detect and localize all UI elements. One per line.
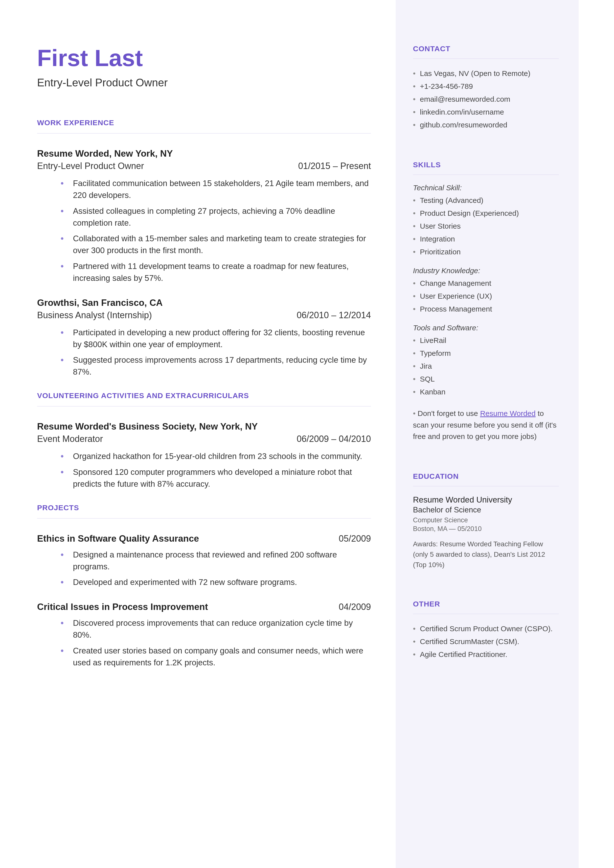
job-role: Business Analyst (Internship): [37, 310, 152, 320]
divider: [413, 486, 559, 486]
bullet-item: Participated in developing a new product…: [60, 327, 371, 350]
tip-prefix: Don't forget to use: [418, 409, 480, 418]
education-header: EDUCATION: [413, 472, 559, 480]
bullet-item: Collaborated with a 15-member sales and …: [60, 233, 371, 256]
bullet-item: Created user stories based on company go…: [60, 645, 371, 669]
skill-item: User Experience (UX): [413, 290, 559, 302]
bullet-item: Assisted colleagues in completing 27 pro…: [60, 205, 371, 229]
skill-item: Testing (Advanced): [413, 194, 559, 207]
project-dates: 04/2009: [339, 602, 371, 612]
job: Resume Worded, New York, NY Entry-Level …: [37, 149, 371, 284]
contact-item: github.com/resumeworded: [413, 119, 559, 131]
applicant-name: First Last: [37, 45, 371, 71]
other-item: Agile Certified Practitioner.: [413, 649, 559, 660]
skill-item: Kanban: [413, 386, 559, 398]
bullet-item: Suggested process improvements across 17…: [60, 354, 371, 378]
job-company: Resume Worded, New York, NY: [37, 149, 371, 159]
education-school: Resume Worded University: [413, 495, 559, 505]
bullet-item: Facilitated communication between 15 sta…: [60, 177, 371, 201]
project-dates: 05/2009: [339, 533, 371, 544]
skill-item: User Stories: [413, 220, 559, 232]
sidebar: CONTACT Las Vegas, NV (Open to Remote)+1…: [395, 0, 578, 868]
volunteering-header: VOLUNTEERING ACTIVITIES AND EXTRACURRICU…: [37, 391, 371, 400]
tip-text: • Don't forget to use Resume Worded to s…: [413, 408, 559, 443]
education-field: Computer Science: [413, 516, 559, 524]
skill-item: Integration: [413, 233, 559, 245]
job: Growthsi, San Francisco, CA Business Ana…: [37, 298, 371, 378]
main-column: First Last Entry-Level Product Owner WOR…: [0, 0, 395, 868]
skill-item: Change Management: [413, 277, 559, 289]
contact-item: +1-234-456-789: [413, 81, 559, 92]
volunteering-item-company: Resume Worded's Business Society, New Yo…: [37, 421, 371, 432]
project: Critical Issues in Process Improvement04…: [37, 602, 371, 668]
other-header: OTHER: [413, 600, 559, 608]
job-role: Entry-Level Product Owner: [37, 161, 144, 171]
skill-item: LiveRail: [413, 335, 559, 346]
bullet-item: Partnered with 11 development teams to c…: [60, 260, 371, 284]
other-item: Certified Scrum Product Owner (CSPO).: [413, 623, 559, 635]
work-experience-header: WORK EXPERIENCE: [37, 118, 371, 127]
volunteering-item: Resume Worded's Business Society, New Yo…: [37, 421, 371, 490]
bullet-item: Discovered process improvements that can…: [60, 617, 371, 641]
contact-item: linkedin.com/in/username: [413, 106, 559, 118]
skill-item: Prioritization: [413, 246, 559, 258]
divider: [413, 58, 559, 59]
bullet-item: Developed and experimented with 72 new s…: [60, 576, 371, 588]
projects-header: PROJECTS: [37, 503, 371, 512]
education-degree: Bachelor of Science: [413, 506, 559, 514]
industry-knowledge-label: Industry Knowledge:: [413, 267, 559, 275]
skill-item: SQL: [413, 373, 559, 385]
volunteering-item-dates: 06/2009 – 04/2010: [297, 434, 371, 444]
divider: [413, 174, 559, 175]
divider: [413, 613, 559, 614]
divider: [37, 406, 371, 407]
job-dates: 01/2015 – Present: [298, 161, 371, 171]
job-dates: 06/2010 – 12/2014: [297, 310, 371, 320]
divider: [37, 518, 371, 519]
education-location: Boston, MA — 05/2010: [413, 525, 559, 533]
skills-header: SKILLS: [413, 161, 559, 169]
bullet-item: Designed a maintenance process that revi…: [60, 549, 371, 573]
bullet-item: Organized hackathon for 15-year-old chil…: [60, 450, 371, 462]
tools-software-label: Tools and Software:: [413, 324, 559, 332]
project-title: Ethics in Software Quality Assurance: [37, 533, 199, 544]
contact-item: email@resumeworded.com: [413, 93, 559, 105]
skill-item: Typeform: [413, 348, 559, 359]
bullet-item: Sponsored 120 computer programmers who d…: [60, 466, 371, 490]
resume-worded-link[interactable]: Resume Worded: [480, 409, 536, 418]
volunteering-item-role: Event Moderator: [37, 434, 103, 444]
divider: [37, 133, 371, 134]
job-company: Growthsi, San Francisco, CA: [37, 298, 371, 308]
other-item: Certified ScrumMaster (CSM).: [413, 636, 559, 648]
education-awards: Awards: Resume Worded Teaching Fellow (o…: [413, 539, 559, 570]
contact-item: Las Vegas, NV (Open to Remote): [413, 68, 559, 79]
technical-skill-label: Technical Skill:: [413, 183, 559, 192]
applicant-title: Entry-Level Product Owner: [37, 76, 371, 89]
project: Ethics in Software Quality Assurance05/2…: [37, 533, 371, 589]
project-title: Critical Issues in Process Improvement: [37, 602, 208, 612]
skill-item: Product Design (Experienced): [413, 207, 559, 219]
skill-item: Process Management: [413, 303, 559, 315]
skill-item: Jira: [413, 360, 559, 372]
contact-header: CONTACT: [413, 45, 559, 53]
